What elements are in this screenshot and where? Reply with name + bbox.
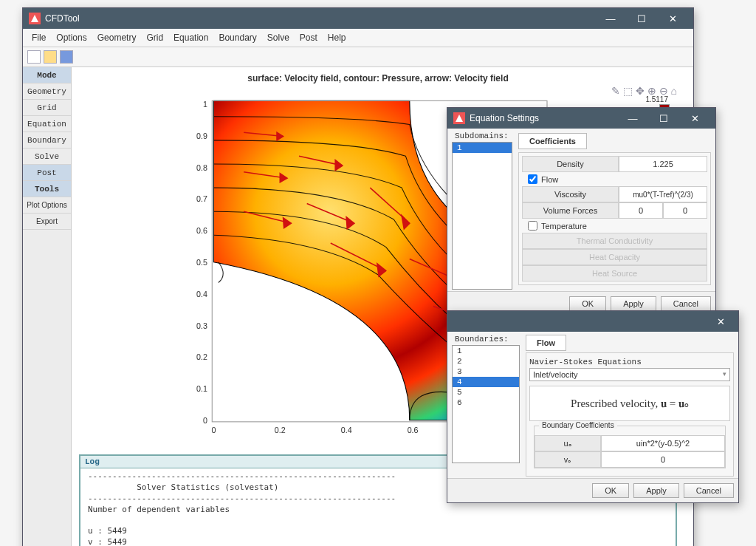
- app-icon: [29, 13, 41, 24]
- main-window: CFDTool — ☐ ✕ File Options Geometry Grid…: [22, 7, 694, 30]
- minimize-button[interactable]: —: [596, 10, 625, 27]
- app-title: CFDTool: [45, 13, 596, 24]
- close-button[interactable]: ✕: [658, 10, 687, 27]
- maximize-button[interactable]: ☐: [627, 10, 656, 27]
- titlebar: CFDTool — ☐ ✕: [23, 8, 693, 29]
- menubar: File Options Geometry Grid Equation Boun…: [23, 29, 693, 30]
